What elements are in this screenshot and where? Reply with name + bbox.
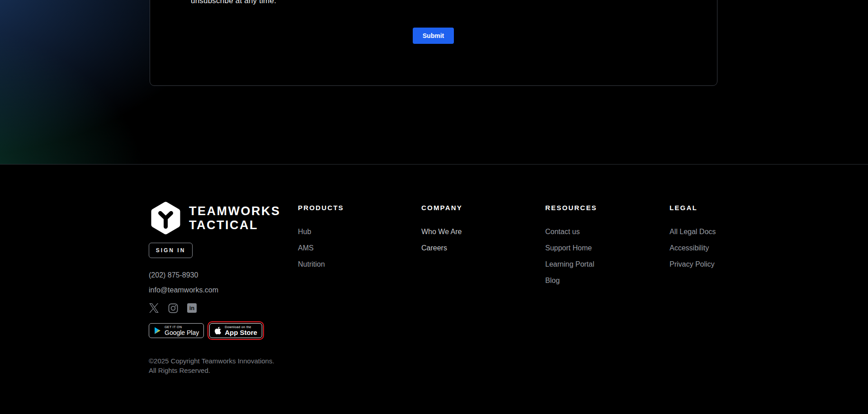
copyright-line2: All Rights Reserved. — [149, 366, 274, 375]
footer-link-hub[interactable]: Hub — [298, 228, 311, 235]
app-store-badge[interactable]: Download on the App Store — [209, 323, 262, 338]
brand-logo[interactable]: TEAMWORKS TACTICAL — [149, 201, 280, 235]
teamworks-hexagon-icon — [149, 201, 183, 235]
column-heading: RESOURCES — [545, 204, 597, 212]
app-store-badge-text: Download on the App Store — [225, 325, 257, 336]
footer-link-learning-portal[interactable]: Learning Portal — [545, 260, 594, 268]
copyright-line1: ©2025 Copyright Teamworks Innovations. — [149, 356, 274, 366]
brand-line1: TEAMWORKS — [189, 204, 280, 218]
linkedin-icon[interactable]: in — [187, 303, 197, 313]
apple-icon — [214, 326, 222, 335]
footer-link-ams[interactable]: AMS — [298, 244, 314, 252]
sign-in-button[interactable]: SIGN IN — [149, 243, 193, 258]
page: unsubscribe at any time. Submit TEAMWORK… — [0, 0, 868, 414]
footer-column-company: COMPANY Who We Are Careers — [421, 204, 462, 260]
footer-link-nutrition[interactable]: Nutrition — [298, 260, 325, 268]
footer-column-resources: RESOURCES Contact us Support Home Learni… — [545, 204, 597, 293]
footer-link-all-legal-docs[interactable]: All Legal Docs — [670, 228, 716, 235]
linkedin-glyph: in — [187, 303, 197, 313]
google-play-icon — [154, 326, 161, 335]
footer-link-careers[interactable]: Careers — [421, 244, 447, 252]
footer-column-legal: LEGAL All Legal Docs Accessibility Priva… — [670, 204, 716, 277]
footer-link-contact-us[interactable]: Contact us — [545, 228, 580, 235]
footer-link-who-we-are[interactable]: Who We Are — [421, 228, 462, 235]
footer: TEAMWORKS TACTICAL SIGN IN (202) 875-893… — [0, 164, 868, 414]
x-icon[interactable] — [149, 303, 159, 313]
google-play-badge-text: GET IT ON Google Play — [165, 325, 199, 336]
store-badges-row: GET IT ON Google Play Download on the Ap… — [149, 323, 262, 338]
submit-button[interactable]: Submit — [413, 28, 454, 44]
footer-column-products: PRODUCTS Hub AMS Nutrition — [298, 204, 344, 277]
footer-link-blog[interactable]: Blog — [545, 277, 560, 284]
google-play-badge[interactable]: GET IT ON Google Play — [149, 323, 204, 338]
footer-link-support-home[interactable]: Support Home — [545, 244, 592, 252]
column-heading: COMPANY — [421, 204, 462, 212]
instagram-icon[interactable] — [168, 303, 178, 313]
brand-wordmark: TEAMWORKS TACTICAL — [189, 204, 280, 232]
copyright-text: ©2025 Copyright Teamworks Innovations. A… — [149, 356, 274, 375]
footer-link-privacy-policy[interactable]: Privacy Policy — [670, 260, 715, 268]
google-play-store-label: Google Play — [165, 329, 199, 336]
app-store-store-label: App Store — [225, 329, 257, 336]
footer-link-accessibility[interactable]: Accessibility — [670, 244, 709, 252]
newsletter-disclaimer-text: unsubscribe at any time. — [191, 0, 276, 5]
column-heading: PRODUCTS — [298, 204, 344, 212]
email-link[interactable]: info@teamworks.com — [149, 286, 218, 294]
phone-link[interactable]: (202) 875-8930 — [149, 271, 198, 279]
brand-line2: TACTICAL — [189, 218, 280, 232]
google-play-tagline: GET IT ON — [165, 325, 199, 329]
column-heading: LEGAL — [670, 204, 716, 212]
social-links-row: in — [149, 303, 197, 313]
